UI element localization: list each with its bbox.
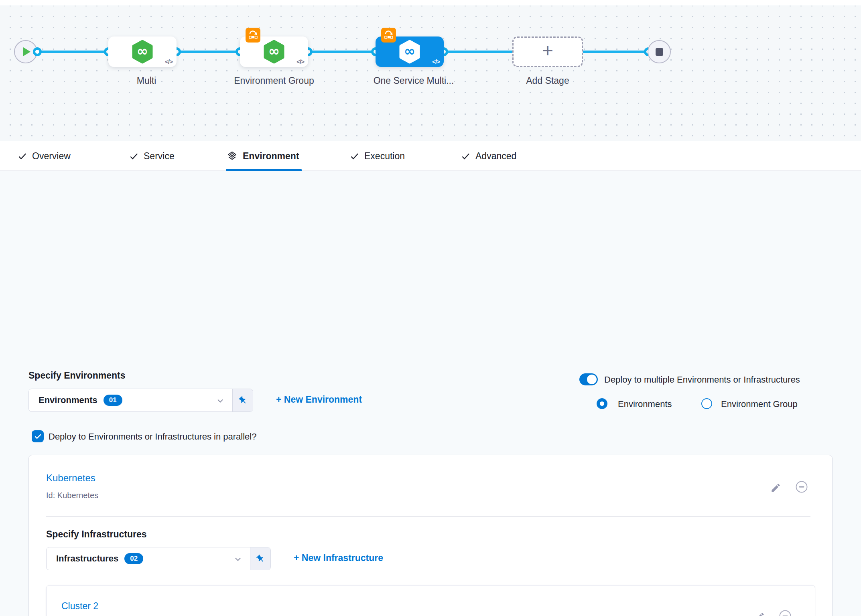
tab-execution[interactable]: Execution [350,141,405,171]
top-toolbar-edge [0,0,861,5]
specify-infrastructures-heading: Specify Infrastructures [46,529,147,540]
environment-tab-panel: Specify Environments Environments 01 + N… [0,171,861,616]
tab-label: Overview [32,151,71,162]
stage-label-one-service-multi[interactable]: One Service Multi... [370,75,458,87]
plus-icon: + [542,43,553,59]
environments-dropdown-value[interactable]: Environments 01 [29,389,232,411]
infrastructure-card [46,585,815,616]
stage-node-multi[interactable]: ∞ </> [108,36,177,67]
pin-input-button[interactable] [232,389,253,411]
svg-text:∞: ∞ [268,43,280,59]
tab-label: Advanced [475,151,516,162]
harness-cd-icon: ∞ [131,40,154,64]
check-icon [34,433,42,440]
environments-dropdown[interactable]: Environments 01 [28,389,253,412]
minus-circle-icon [795,480,808,493]
code-icon: </> [165,58,173,65]
add-stage-button[interactable]: + [512,36,583,67]
code-icon: </> [432,58,440,65]
tab-service[interactable]: Service [129,141,175,171]
radio-environments-label[interactable]: Environments [618,399,672,409]
radio-environment-group-label[interactable]: Environment Group [721,399,798,409]
chevron-down-icon [215,396,225,405]
remove-infrastructure-button[interactable] [778,609,792,616]
chevron-down-icon [233,554,243,564]
pencil-icon [754,612,765,616]
add-stage-label[interactable]: Add Stage [504,75,592,87]
edit-infrastructure-button[interactable] [753,610,766,616]
deploy-multiple-toggle[interactable] [579,373,598,385]
radio-environments[interactable] [597,398,607,409]
edit-environment-button[interactable] [769,481,782,494]
check-icon [129,152,138,161]
stage-node-one-service-multi[interactable]: ∞ </> [376,36,444,67]
pipeline-canvas[interactable]: ∞ </> Multi ∞ </> Environment Group [0,6,861,141]
radio-environment-group[interactable] [701,398,712,409]
environment-stack-icon [227,151,238,162]
infrastructure-name-link[interactable]: Cluster 2 [61,601,98,612]
play-icon [23,47,30,56]
dropdown-label: Environments [39,395,97,405]
pencil-icon [770,482,781,493]
code-icon: </> [296,58,304,65]
pin-icon [236,394,249,407]
stage-label-environment-group[interactable]: Environment Group [230,75,318,87]
svg-text:∞: ∞ [404,43,415,59]
minus-circle-icon [779,610,792,616]
infrastructures-dropdown[interactable]: Infrastructures 02 [46,547,271,570]
deploy-multiple-toggle-label: Deploy to multiple Environments or Infra… [604,375,800,385]
toggle-knob [587,375,597,384]
dropdown-label: Infrastructures [56,553,118,564]
stage-node-environment-group[interactable]: ∞ </> [240,36,308,67]
deploy-parallel-checkbox-label: Deploy to Environments or Infrastructure… [49,432,256,442]
new-environment-link[interactable]: + New Environment [276,394,362,405]
tab-environment[interactable]: Environment [227,141,299,171]
tab-label: Service [144,151,175,162]
environment-name-link[interactable]: Kubernetes [46,472,95,484]
new-infrastructure-link[interactable]: + New Infrastructure [294,553,383,563]
tab-overview[interactable]: Overview [18,141,71,171]
pin-input-button[interactable] [250,547,270,570]
tab-label: Environment [243,151,299,162]
count-badge: 01 [104,395,122,406]
check-icon [350,152,359,161]
infrastructures-dropdown-value[interactable]: Infrastructures 02 [47,547,250,570]
count-badge: 02 [124,553,143,564]
loop-matrix-icon [248,30,258,41]
harness-cd-icon-inverse: ∞ [398,40,421,64]
harness-cd-icon: ∞ [263,40,285,64]
stop-icon [656,48,663,56]
remove-environment-button[interactable] [795,480,808,494]
environment-id-text: Id: Kubernetes [46,491,98,500]
stage-tabbar: Overview Service Environment Execution A… [0,141,861,171]
card-divider [46,516,810,517]
specify-environments-heading: Specify Environments [28,370,126,381]
looping-strategy-badge [246,28,260,43]
check-icon [18,152,27,161]
tab-label: Execution [364,151,405,162]
port-start-out [33,47,42,56]
looping-strategy-badge [381,28,396,43]
check-icon [461,152,470,161]
tab-advanced[interactable]: Advanced [461,141,516,171]
pipeline-end-node[interactable] [648,40,671,63]
loop-matrix-icon [384,30,394,41]
deploy-parallel-checkbox[interactable] [32,430,44,442]
stage-label-multi[interactable]: Multi [102,75,191,87]
pin-icon [254,552,267,565]
svg-text:∞: ∞ [137,43,148,59]
